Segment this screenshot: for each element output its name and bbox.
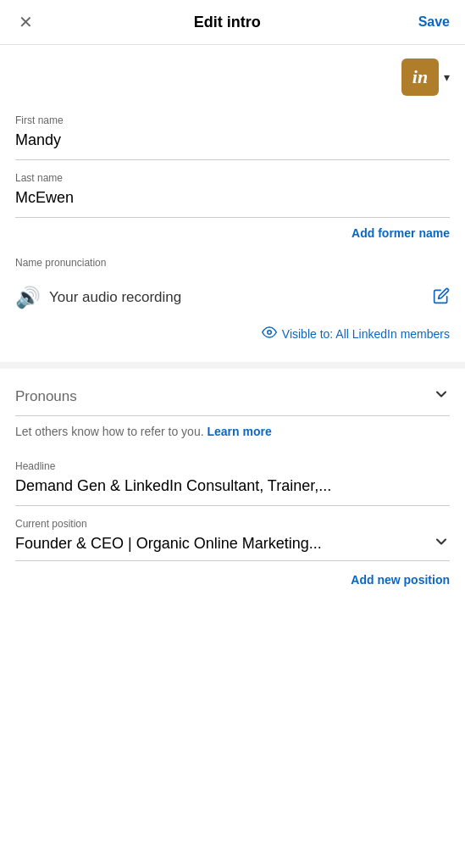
page-title: Edit intro [194, 14, 261, 31]
first-name-field: First name Mandy [15, 103, 450, 160]
lower-form-section: Pronouns Let others know how to refer to… [0, 369, 465, 592]
first-name-label: First name [15, 114, 450, 126]
last-name-field: Last name McEwen [15, 160, 450, 218]
linkedin-dropdown-arrow[interactable]: ▾ [444, 70, 450, 84]
section-divider [0, 362, 465, 369]
learn-more-link[interactable]: Learn more [207, 425, 271, 438]
linkedin-logo-area: in ▾ [0, 45, 465, 103]
add-former-name-link[interactable]: Add former name [15, 218, 450, 245]
audio-row: 🔊 Your audio recording [15, 279, 450, 316]
save-button[interactable]: Save [418, 14, 450, 30]
name-pronunciation-section: Name pronunciation 🔊 Your audio recordin… [15, 245, 450, 362]
audio-text: Your audio recording [49, 289, 181, 306]
header: ✕ Edit intro Save [0, 0, 465, 45]
add-new-position-link[interactable]: Add new position [15, 561, 450, 592]
svg-point-0 [268, 331, 272, 335]
audio-left: 🔊 Your audio recording [15, 286, 181, 309]
headline-field: Headline Demand Gen & LinkedIn Consultan… [15, 448, 450, 506]
pronouns-hint: Let others know how to refer to you. Lea… [15, 416, 450, 443]
linkedin-logo[interactable]: in [401, 58, 439, 96]
speaker-icon[interactable]: 🔊 [15, 286, 41, 309]
form-section: First name Mandy Last name McEwen Add fo… [0, 103, 465, 362]
close-button[interactable]: ✕ [15, 8, 36, 36]
pronouns-label: Pronouns [15, 388, 77, 405]
visibility-row: Visible to: All LinkedIn members [15, 316, 450, 355]
pronunciation-label: Name pronunciation [15, 257, 450, 269]
eye-icon [262, 325, 277, 343]
last-name-label: Last name [15, 172, 450, 184]
edit-pencil-icon[interactable] [433, 287, 450, 309]
pronouns-row[interactable]: Pronouns [15, 382, 450, 416]
visibility-text: Visible to: All LinkedIn members [282, 327, 450, 341]
current-position-label: Current position [15, 518, 450, 530]
current-position-field: Current position Founder & CEO | Organic… [15, 506, 450, 561]
headline-value[interactable]: Demand Gen & LinkedIn Consultant, Traine… [15, 476, 450, 498]
headline-label: Headline [15, 460, 450, 472]
first-name-value[interactable]: Mandy [15, 130, 450, 153]
last-name-value[interactable]: McEwen [15, 187, 450, 210]
position-row[interactable]: Founder & CEO | Organic Online Marketing… [15, 533, 450, 554]
position-chevron-icon [433, 533, 450, 554]
position-value: Founder & CEO | Organic Online Marketing… [15, 535, 433, 553]
pronouns-section: Pronouns Let others know how to refer to… [15, 369, 450, 448]
chevron-down-icon [433, 386, 450, 407]
